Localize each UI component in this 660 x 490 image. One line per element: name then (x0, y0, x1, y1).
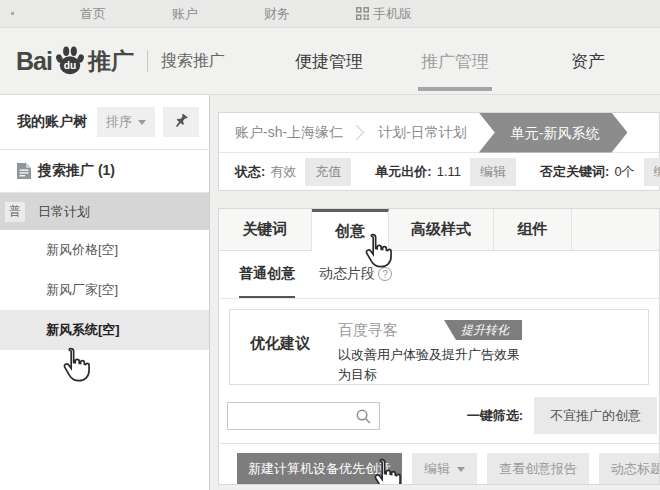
top-nav-bar: 首页 账户 财务 手机版 (0, 0, 660, 28)
tree-plan-daily[interactable]: 普 日常计划 (0, 193, 209, 230)
svg-text:du: du (64, 60, 76, 71)
nav-home[interactable]: 首页 (80, 5, 106, 23)
status-label: 状态: (235, 163, 265, 181)
sort-button-label: 排序 (106, 113, 132, 131)
baidu-paw-icon: du (53, 44, 87, 78)
tab-keywords[interactable]: 关键词 (219, 209, 312, 250)
breadcrumb-plan[interactable]: 计划-日常计划 (378, 124, 467, 142)
nav-mobile-version[interactable]: 手机版 (356, 5, 412, 23)
new-creative-button[interactable]: 新建计算机设备优先创意 (237, 453, 402, 485)
tree-unit-xinfeng-factory[interactable]: 新风厂家[空] (0, 270, 209, 310)
optimization-suggestion-box: 优化建议 百度寻客 提升转化 以改善用户体验及提升广告效果为目标 (229, 309, 649, 385)
creative-panel-card: 关键词 创意 高级样式 组件 普通创意 动态片段 ? 优化建议 (218, 208, 660, 485)
status-bar: 状态: 有效 充值 单元出价: 1.11 编辑 否定关键词: 0个 编 (219, 153, 659, 190)
body-layout: 我的账户树 排序 搜索推广 (1) 普 日常计划 新风价格[空] 新风厂家[空]… (0, 95, 660, 490)
conversion-boost-badge: 提升转化 (444, 320, 522, 340)
view-creative-report-button[interactable]: 查看创意报告 (487, 453, 589, 485)
bullet-dot (11, 12, 14, 15)
bid-label: 单元出价: (375, 163, 431, 181)
negative-keywords-value: 0个 (614, 163, 634, 181)
document-icon (17, 163, 31, 179)
breadcrumb-unit-active[interactable]: 单元-新风系统 (479, 113, 628, 153)
tab-advanced-style[interactable]: 高级样式 (389, 209, 494, 250)
breadcrumb: 账户-sh-上海缘仁 计划-日常计划 单元-新风系统 (219, 113, 659, 153)
tab-promotion-management[interactable]: 推广管理 (421, 50, 489, 73)
product-name: 搜索推广 (161, 51, 225, 72)
chevron-down-icon (457, 467, 465, 472)
header-tabs: 便捷管理 推广管理 资产 (225, 50, 605, 73)
account-tree-sidebar: 我的账户树 排序 搜索推广 (1) 普 日常计划 新风价格[空] 新风厂家[空]… (0, 95, 210, 490)
one-click-filter-label: 一键筛选: (467, 407, 523, 425)
subtab-normal-creative[interactable]: 普通创意 (239, 265, 295, 298)
tree-root-label: 搜索推广 (1) (38, 162, 115, 180)
edit-dropdown-button[interactable]: 编辑 (412, 453, 477, 485)
tab-assets[interactable]: 资产 (571, 50, 605, 73)
breadcrumb-account[interactable]: 账户-sh-上海缘仁 (235, 124, 343, 142)
tree-root-search-promotion[interactable]: 搜索推广 (1) (0, 150, 209, 193)
pin-button[interactable] (163, 107, 199, 137)
tree-unit-xinfeng-system[interactable]: 新风系统[空] (0, 310, 209, 350)
actions-toolbar: 新建计算机设备优先创意 编辑 查看创意报告 动态标题 (219, 444, 659, 485)
tab-creative[interactable]: 创意 (312, 209, 389, 251)
tree-unit-xinfeng-price[interactable]: 新风价格[空] (0, 230, 209, 270)
panel-tabs: 关键词 创意 高级样式 组件 (219, 209, 659, 251)
header-bar: Bai du 推广 搜索推广 便捷管理 推广管理 资产 (0, 28, 660, 95)
dynamic-title-button[interactable]: 动态标题 (599, 453, 660, 485)
tab-quick-management[interactable]: 便捷管理 (295, 50, 363, 73)
chevron-right-icon (349, 125, 365, 141)
tab-components[interactable]: 组件 (494, 209, 572, 250)
logo-tuiguang-text: 推广 (88, 46, 134, 77)
bid-edit-button[interactable]: 编辑 (470, 158, 516, 186)
plan-label: 日常计划 (38, 203, 90, 221)
creative-search-box (227, 402, 380, 430)
nav-finance[interactable]: 财务 (264, 5, 290, 23)
baidu-tuiguang-logo[interactable]: Bai du 推广 (16, 44, 134, 78)
nav-account[interactable]: 账户 (172, 5, 198, 23)
pin-icon (173, 113, 189, 132)
logo-bai-text: Bai (16, 47, 52, 76)
subtab-dynamic-label: 动态片段 (319, 265, 375, 283)
logo-divider (147, 50, 148, 72)
search-filter-row: 一键筛选: 不宜推广的创意 (227, 397, 649, 434)
subtab-dynamic-fragment[interactable]: 动态片段 ? (319, 265, 392, 296)
help-icon[interactable]: ? (378, 267, 392, 281)
plan-type-badge: 普 (5, 202, 25, 222)
main-content: 账户-sh-上海缘仁 计划-日常计划 单元-新风系统 状态: 有效 充值 单元出… (210, 95, 660, 490)
qr-code-icon (356, 7, 369, 20)
bid-value: 1.11 (437, 164, 461, 179)
creative-subtabs: 普通创意 动态片段 ? (219, 251, 659, 299)
chevron-down-icon (138, 120, 146, 125)
search-icon[interactable] (355, 408, 372, 425)
negative-keywords-label: 否定关键词: (540, 163, 609, 181)
nav-mobile-label: 手机版 (373, 5, 412, 23)
negative-keywords-edit-button[interactable]: 编 (644, 158, 660, 186)
suggestion-title: 优化建议 (230, 320, 338, 384)
suggestion-product-name[interactable]: 百度寻客 (338, 321, 398, 340)
edit-button-label: 编辑 (424, 460, 450, 478)
baidu-ads-console: 首页 账户 财务 手机版 Bai du 推广 搜索推广 便捷管理 推广管理 资产… (0, 0, 660, 490)
unsuitable-creative-filter-button[interactable]: 不宜推广的创意 (534, 397, 657, 434)
sort-button[interactable]: 排序 (97, 107, 155, 137)
hand-cursor-icon (57, 344, 94, 384)
suggestion-description: 以改善用户体验及提升广告效果为目标 (338, 345, 524, 385)
recharge-button[interactable]: 充值 (305, 158, 351, 186)
breadcrumb-status-card: 账户-sh-上海缘仁 计划-日常计划 单元-新风系统 状态: 有效 充值 单元出… (218, 112, 660, 191)
status-value: 有效 (270, 163, 296, 181)
sidebar-title: 我的账户树 (17, 113, 87, 131)
sidebar-header: 我的账户树 排序 (0, 95, 209, 150)
suggestion-body: 百度寻客 提升转化 以改善用户体验及提升广告效果为目标 (338, 320, 524, 384)
